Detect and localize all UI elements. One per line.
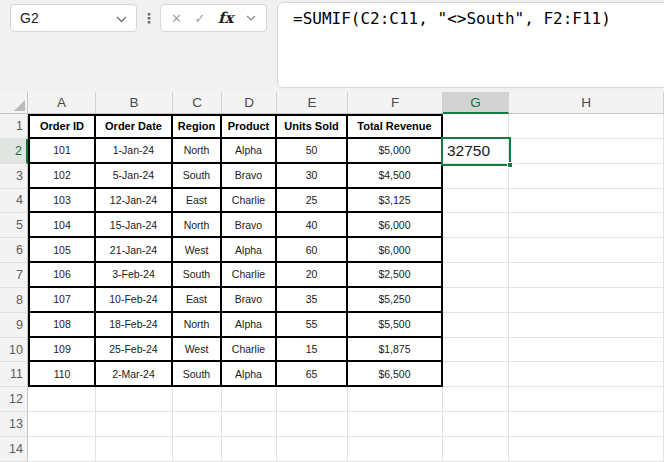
name-box[interactable]: G2 [10, 4, 137, 32]
cell-d11[interactable]: Alpha [222, 362, 277, 387]
insert-function-icon[interactable]: fx [218, 9, 233, 27]
cell-h9[interactable] [509, 313, 664, 338]
cell-g4[interactable] [443, 189, 509, 214]
cell-g2[interactable]: 32750 [443, 139, 509, 164]
cell-a3[interactable]: 102 [28, 164, 96, 189]
column-header-c[interactable]: C [173, 92, 222, 114]
cell-a10[interactable]: 109 [28, 338, 96, 363]
row-header-5[interactable]: 5 [0, 213, 28, 238]
cell-a6[interactable]: 105 [28, 238, 96, 263]
cell-g13[interactable] [443, 412, 509, 437]
cancel-icon[interactable]: ✕ [171, 11, 182, 26]
cell-h2[interactable] [509, 139, 664, 164]
cell-h11[interactable] [509, 362, 664, 387]
cell-e8[interactable]: 35 [277, 288, 348, 313]
cell-a12[interactable] [28, 387, 96, 412]
cell-h1[interactable] [509, 114, 664, 139]
cell-e11[interactable]: 65 [277, 362, 348, 387]
cell-f2[interactable]: $5,000 [348, 139, 443, 164]
cell-e5[interactable]: 40 [277, 213, 348, 238]
cell-d5[interactable]: Bravo [222, 213, 277, 238]
cell-a2[interactable]: 101 [28, 139, 96, 164]
row-header-8[interactable]: 8 [0, 288, 28, 313]
cell-d10[interactable]: Charlie [222, 338, 277, 363]
cell-g11[interactable] [443, 362, 509, 387]
row-header-14[interactable]: 14 [0, 437, 28, 462]
cell-a4[interactable]: 103 [28, 189, 96, 214]
cell-d9[interactable]: Alpha [222, 313, 277, 338]
cell-c8[interactable]: East [173, 288, 222, 313]
cell-e14[interactable] [277, 437, 348, 462]
cell-f7[interactable]: $2,500 [348, 263, 443, 288]
cell-b8[interactable]: 10-Feb-24 [96, 288, 173, 313]
cell-b3[interactable]: 5-Jan-24 [96, 164, 173, 189]
cell-d14[interactable] [222, 437, 277, 462]
cell-e1[interactable]: Units Sold [277, 114, 348, 139]
cell-h10[interactable] [509, 338, 664, 363]
cell-g12[interactable] [443, 387, 509, 412]
cell-g5[interactable] [443, 213, 509, 238]
cell-d3[interactable]: Bravo [222, 164, 277, 189]
cell-f13[interactable] [348, 412, 443, 437]
cell-g1[interactable] [443, 114, 509, 139]
cell-e9[interactable]: 55 [277, 313, 348, 338]
column-header-b[interactable]: B [96, 92, 173, 114]
cell-g14[interactable] [443, 437, 509, 462]
cell-b9[interactable]: 18-Feb-24 [96, 313, 173, 338]
cell-c10[interactable]: West [173, 338, 222, 363]
cell-f9[interactable]: $5,500 [348, 313, 443, 338]
cell-b5[interactable]: 15-Jan-24 [96, 213, 173, 238]
cell-b4[interactable]: 12-Jan-24 [96, 189, 173, 214]
cell-g8[interactable] [443, 288, 509, 313]
cell-c5[interactable]: North [173, 213, 222, 238]
row-header-1[interactable]: 1 [0, 114, 28, 139]
cell-d4[interactable]: Charlie [222, 189, 277, 214]
cell-c9[interactable]: North [173, 313, 222, 338]
row-header-7[interactable]: 7 [0, 263, 28, 288]
cell-b10[interactable]: 25-Feb-24 [96, 338, 173, 363]
cell-b14[interactable] [96, 437, 173, 462]
cell-h7[interactable] [509, 263, 664, 288]
cell-e6[interactable]: 60 [277, 238, 348, 263]
cell-e10[interactable]: 15 [277, 338, 348, 363]
cell-h3[interactable] [509, 164, 664, 189]
formula-input[interactable]: =SUMIF(C2:C11, "<>South", F2:F11) [277, 2, 664, 88]
name-box-dropdown-icon[interactable] [116, 16, 127, 23]
cell-c11[interactable]: South [173, 362, 222, 387]
cell-a9[interactable]: 108 [28, 313, 96, 338]
cell-f10[interactable]: $1,875 [348, 338, 443, 363]
cell-a7[interactable]: 106 [28, 263, 96, 288]
cell-f11[interactable]: $6,500 [348, 362, 443, 387]
more-commands-icon[interactable]: ⋮ [142, 4, 156, 32]
cell-g3[interactable] [443, 164, 509, 189]
cell-h5[interactable] [509, 213, 664, 238]
cell-a14[interactable] [28, 437, 96, 462]
row-header-10[interactable]: 10 [0, 338, 28, 363]
cell-c3[interactable]: South [173, 164, 222, 189]
column-header-f[interactable]: F [348, 92, 443, 114]
cell-e12[interactable] [277, 387, 348, 412]
cell-h14[interactable] [509, 437, 664, 462]
cell-f1[interactable]: Total Revenue [348, 114, 443, 139]
cell-f12[interactable] [348, 387, 443, 412]
column-header-e[interactable]: E [277, 92, 348, 114]
cell-d8[interactable]: Bravo [222, 288, 277, 313]
column-header-g[interactable]: G [443, 92, 509, 114]
cell-h13[interactable] [509, 412, 664, 437]
cell-c6[interactable]: West [173, 238, 222, 263]
cell-c14[interactable] [173, 437, 222, 462]
cell-d1[interactable]: Product [222, 114, 277, 139]
cell-d13[interactable] [222, 412, 277, 437]
cell-e7[interactable]: 20 [277, 263, 348, 288]
cell-h6[interactable] [509, 238, 664, 263]
cell-c7[interactable]: South [173, 263, 222, 288]
cell-e4[interactable]: 25 [277, 189, 348, 214]
row-header-3[interactable]: 3 [0, 164, 28, 189]
cell-b12[interactable] [96, 387, 173, 412]
cell-b13[interactable] [96, 412, 173, 437]
cell-a5[interactable]: 104 [28, 213, 96, 238]
cell-g6[interactable] [443, 238, 509, 263]
cell-c12[interactable] [173, 387, 222, 412]
cell-a1[interactable]: Order ID [28, 114, 96, 139]
row-header-12[interactable]: 12 [0, 387, 28, 412]
